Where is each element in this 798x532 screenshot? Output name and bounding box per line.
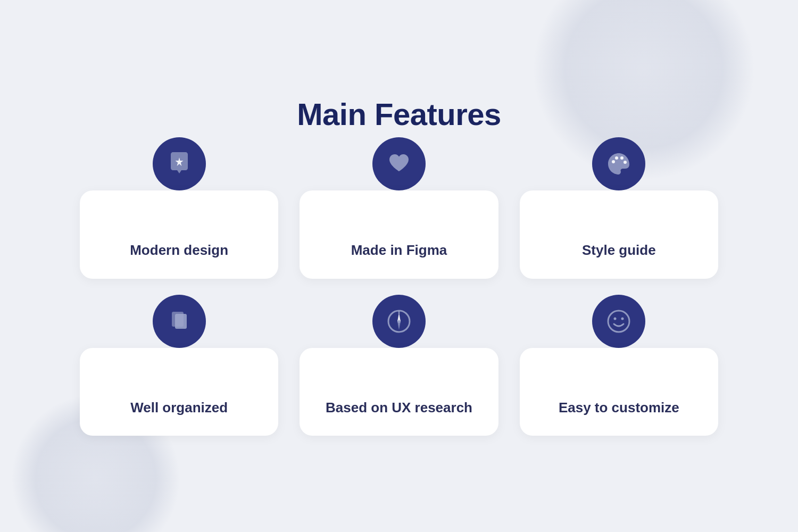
style-guide-icon-circle	[592, 137, 645, 190]
svg-point-12	[614, 317, 617, 320]
page-title: Main Features	[297, 96, 501, 132]
feature-card-made-in-figma: Made in Figma	[300, 164, 498, 279]
page-container: Main Features Modern design	[80, 96, 718, 436]
sparkle-icon	[167, 151, 192, 177]
feature-card-modern-design: Modern design	[80, 164, 278, 279]
features-grid: Modern design Made in Figma	[80, 164, 718, 436]
feature-card-well-organized-body: Well organized	[80, 348, 278, 436]
svg-point-1	[615, 156, 618, 160]
layers-icon	[167, 309, 192, 334]
feature-card-style-guide: Style guide	[520, 164, 718, 279]
palette-icon	[606, 151, 631, 177]
compass-icon	[386, 309, 412, 334]
feature-card-easy-customize: Easy to customize	[520, 321, 718, 436]
made-in-figma-icon-circle	[372, 137, 426, 190]
svg-point-13	[621, 317, 624, 320]
svg-rect-5	[175, 314, 187, 329]
feature-card-easy-customize-body: Easy to customize	[520, 348, 718, 436]
features-row-bottom: Well organized Based	[80, 321, 718, 436]
feature-label-easy-customize: Easy to customize	[559, 399, 679, 417]
svg-point-11	[608, 311, 629, 332]
svg-point-2	[620, 156, 624, 160]
feature-label-well-organized: Well organized	[130, 399, 228, 417]
svg-point-3	[624, 161, 627, 164]
feature-card-ux-research-body: Based on UX research	[300, 348, 498, 436]
modern-design-icon-circle	[153, 137, 206, 190]
feature-label-made-in-figma: Made in Figma	[351, 242, 447, 260]
feature-label-style-guide: Style guide	[582, 242, 656, 260]
feature-card-modern-design-body: Modern design	[80, 190, 278, 279]
feature-card-well-organized: Well organized	[80, 321, 278, 436]
heart-icon	[386, 151, 412, 177]
features-row-top: Modern design Made in Figma	[80, 164, 718, 279]
feature-card-made-in-figma-body: Made in Figma	[300, 190, 498, 279]
ux-research-icon-circle	[372, 295, 426, 348]
feature-label-ux-research: Based on UX research	[326, 399, 472, 417]
well-organized-icon-circle	[153, 295, 206, 348]
feature-card-ux-research: Based on UX research	[300, 321, 498, 436]
feature-label-modern-design: Modern design	[130, 242, 228, 260]
svg-point-0	[612, 160, 615, 163]
smiley-icon	[606, 309, 631, 334]
easy-customize-icon-circle	[592, 295, 645, 348]
feature-card-style-guide-body: Style guide	[520, 190, 718, 279]
